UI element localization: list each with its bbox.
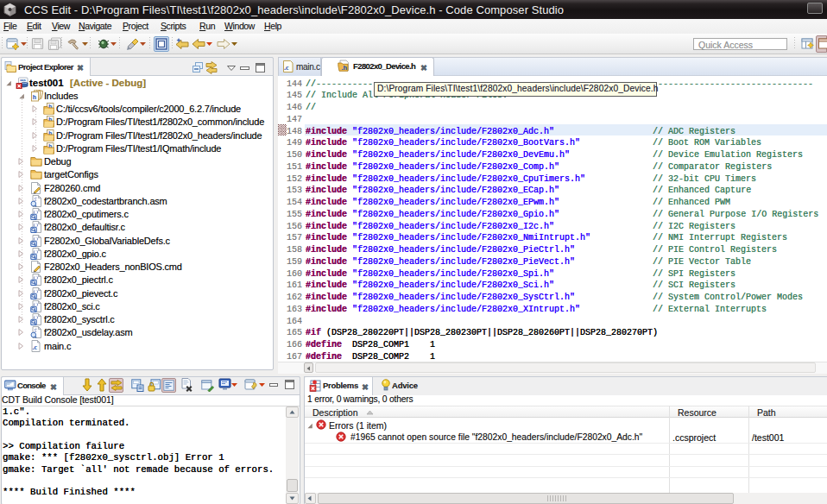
svg-text:.c: .c bbox=[284, 64, 289, 72]
svg-text:.h: .h bbox=[342, 64, 348, 72]
svg-text:ccs: ccs bbox=[20, 77, 26, 81]
svg-text:.c: .c bbox=[33, 343, 38, 351]
svg-text:h: h bbox=[33, 94, 36, 100]
